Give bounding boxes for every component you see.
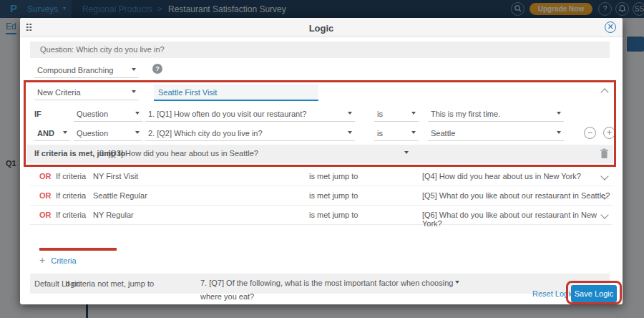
or-label: OR (39, 191, 52, 200)
caret-down-icon (135, 131, 140, 134)
criteria-target: [Q5] What do you like about our restaura… (422, 191, 610, 200)
default-jump-dropdown[interactable]: 7. [Q7] Of the following, what is the mo… (197, 276, 462, 291)
collapse-chevron-up-icon[interactable] (600, 88, 608, 96)
if-criteria-label: If criteria (56, 172, 86, 180)
caret-down-icon (132, 90, 136, 93)
caret-down-icon (348, 131, 352, 134)
save-logic-button[interactable]: Save Logic (571, 285, 617, 302)
if-condition-dropdown[interactable]: is (374, 107, 419, 122)
criteria-name-input[interactable] (154, 85, 318, 101)
caret-down-icon (135, 112, 140, 115)
default-condition-label: If criteria not met, jump to (65, 279, 154, 288)
annotation-add-criteria-underline (39, 248, 117, 251)
logic-modal: Logic ✕ Question: Which city do you live… (20, 18, 623, 304)
and-condition-dropdown[interactable]: is (374, 127, 419, 141)
caret-down-icon (557, 112, 561, 115)
and-value-dropdown[interactable]: Seattle (428, 127, 564, 141)
caret-down-icon (63, 131, 67, 134)
branching-help-icon[interactable]: ? (152, 64, 162, 74)
criteria-name: Seattle Regular (93, 191, 147, 200)
or-criteria-row[interactable]: OR If criteria NY Regular is met jump to… (30, 206, 613, 225)
criteria-name: NY First Visit (93, 172, 138, 180)
plus-icon: + (39, 254, 45, 266)
criteria-name: NY Regular (93, 211, 134, 219)
and-operator-dropdown[interactable]: AND (34, 127, 70, 141)
criteria-jump-bar: If criteria is met, jump to 3. [Q3] How … (27, 145, 613, 163)
met-jump-label: is met jump to (309, 211, 358, 219)
or-criteria-row[interactable]: OR If criteria Seattle Regular is met ju… (30, 186, 613, 206)
and-question-dropdown[interactable]: 2. [Q2] Which city do you live in? (145, 127, 355, 141)
add-condition-icon[interactable]: + (603, 127, 615, 139)
close-icon[interactable]: ✕ (605, 21, 616, 33)
if-value-dropdown[interactable]: This is my first time. (428, 107, 564, 122)
met-jump-label: is met jump to (309, 172, 358, 180)
or-label: OR (39, 211, 52, 219)
if-type-dropdown[interactable]: Question (74, 107, 142, 122)
caret-down-icon (455, 281, 459, 284)
caret-down-icon (404, 151, 409, 154)
caret-down-icon (348, 112, 352, 115)
caret-down-icon (411, 112, 416, 115)
remove-condition-icon[interactable]: − (584, 127, 596, 139)
reset-logic-link[interactable]: Reset Logic (532, 289, 574, 298)
and-type-dropdown[interactable]: Question (74, 127, 142, 141)
criteria-target: [Q4] How did you hear about us in New Yo… (422, 172, 581, 180)
add-criteria-link[interactable]: +Criteria (39, 254, 77, 266)
screen: P Surveys ▾ Regional Products > Restaura… (0, 0, 644, 318)
modal-header: Logic ✕ (20, 18, 623, 37)
caret-down-icon (557, 131, 561, 134)
if-criteria-label: If criteria (56, 211, 86, 219)
branching-type-dropdown[interactable]: Compound Branching (34, 64, 139, 78)
expand-chevron-down-icon[interactable] (600, 172, 608, 180)
or-criteria-row[interactable]: OR If criteria NY First Visit is met jum… (30, 167, 613, 186)
criteria-target: [Q6] What do you like about our restaura… (422, 211, 613, 228)
delete-criteria-trash-icon[interactable] (600, 148, 609, 159)
question-context-bar: Question: Which city do you live in? (30, 42, 610, 58)
caret-down-icon (132, 68, 136, 71)
met-jump-label: is met jump to (309, 191, 358, 200)
criteria-name-dropdown[interactable]: New Criteria (34, 86, 139, 100)
default-logic-bar: Default Logic If criteria not met, jump … (30, 274, 610, 294)
if-question-dropdown[interactable]: 1. [Q1] How often do you visit our resta… (145, 107, 355, 122)
if-operator-label: IF (34, 110, 42, 118)
if-criteria-label: If criteria (56, 191, 86, 200)
jump-target-dropdown[interactable]: 3. [Q3] How did you hear about us in Sea… (97, 147, 411, 161)
caret-down-icon (411, 131, 416, 134)
or-label: OR (39, 172, 52, 180)
modal-title: Logic (20, 23, 623, 34)
